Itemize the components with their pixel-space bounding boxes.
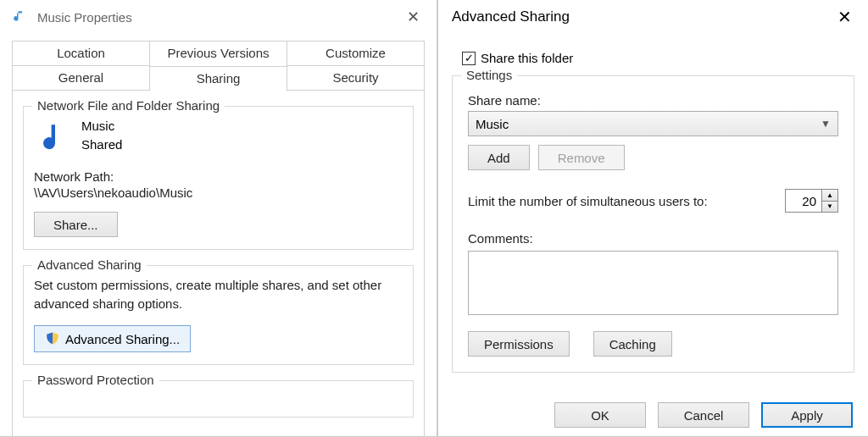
tab-location[interactable]: Location bbox=[12, 41, 150, 66]
share-state: Shared bbox=[81, 136, 403, 154]
chevron-down-icon: ▼ bbox=[821, 118, 831, 130]
folder-music-icon bbox=[37, 120, 73, 156]
dialog-title: Music Properties bbox=[34, 10, 394, 25]
spinner-up-icon[interactable]: ▲ bbox=[822, 190, 837, 201]
spinner-down-icon[interactable]: ▼ bbox=[822, 201, 837, 213]
share-button[interactable]: Share... bbox=[34, 212, 118, 237]
network-path-value: \\AV\Users\nekoaudio\Music bbox=[34, 185, 403, 200]
advanced-sharing-group: Advanced Sharing Set custom permissions,… bbox=[23, 265, 414, 365]
titlebar: Advanced Sharing ✕ bbox=[438, 0, 868, 34]
close-icon[interactable]: ✕ bbox=[826, 3, 863, 30]
remove-button[interactable]: Remove bbox=[538, 145, 625, 170]
shield-icon bbox=[45, 331, 60, 346]
add-button[interactable]: Add bbox=[468, 145, 530, 170]
settings-title: Settings bbox=[461, 68, 517, 82]
network-path-label: Network Path: bbox=[34, 169, 403, 184]
close-icon[interactable]: ✕ bbox=[394, 3, 431, 30]
limit-users-spinner[interactable]: ▲ ▼ bbox=[785, 189, 838, 213]
advanced-sharing-title: Advanced Sharing bbox=[32, 257, 147, 272]
network-sharing-group: Network File and Folder Sharing Music Sh… bbox=[23, 106, 414, 250]
tab-previous-versions[interactable]: Previous Versions bbox=[150, 41, 287, 66]
advanced-sharing-desc: Set custom permissions, create multiple … bbox=[34, 276, 403, 313]
password-protection-title: Password Protection bbox=[32, 373, 159, 387]
tab-customize[interactable]: Customize bbox=[287, 41, 425, 66]
advanced-sharing-button-label: Advanced Sharing... bbox=[65, 332, 180, 346]
tab-content-sharing: Network File and Folder Sharing Music Sh… bbox=[12, 91, 425, 437]
limit-users-label: Limit the number of simultaneous users t… bbox=[468, 194, 785, 208]
permissions-button[interactable]: Permissions bbox=[468, 331, 570, 357]
tab-security[interactable]: Security bbox=[287, 65, 425, 91]
folder-name: Music bbox=[81, 117, 403, 136]
tabstrip: Location Previous Versions Customize Gen… bbox=[12, 41, 425, 91]
caching-button[interactable]: Caching bbox=[593, 331, 672, 357]
dialog-title: Advanced Sharing bbox=[443, 8, 826, 25]
dialog-button-bar: OK Cancel Apply bbox=[554, 402, 853, 428]
password-protection-group: Password Protection bbox=[23, 380, 414, 418]
titlebar: Music Properties ✕ bbox=[0, 0, 437, 34]
advanced-sharing-button[interactable]: Advanced Sharing... bbox=[34, 325, 191, 352]
share-name-combo[interactable]: Music ▼ bbox=[468, 111, 838, 136]
share-name-value: Music bbox=[476, 117, 509, 131]
music-note-icon bbox=[10, 8, 29, 26]
share-this-folder-checkbox[interactable]: Share this folder bbox=[462, 51, 854, 65]
checkbox-icon bbox=[462, 52, 476, 65]
apply-button[interactable]: Apply bbox=[761, 402, 853, 428]
tab-sharing[interactable]: Sharing bbox=[150, 66, 287, 91]
limit-users-input[interactable] bbox=[786, 190, 821, 212]
cancel-button[interactable]: Cancel bbox=[658, 402, 749, 428]
comments-label: Comments: bbox=[468, 231, 838, 246]
share-this-folder-label: Share this folder bbox=[481, 51, 573, 65]
share-name-label: Share name: bbox=[468, 93, 838, 108]
advanced-sharing-dialog: Advanced Sharing ✕ Share this folder Set… bbox=[437, 0, 868, 437]
settings-group: Settings Share name: Music ▼ Add Remove … bbox=[452, 75, 854, 373]
ok-button[interactable]: OK bbox=[554, 402, 646, 428]
network-sharing-title: Network File and Folder Sharing bbox=[32, 98, 225, 113]
tab-general[interactable]: General bbox=[12, 65, 150, 91]
comments-textarea[interactable] bbox=[468, 251, 838, 315]
properties-dialog: Music Properties ✕ Location Previous Ver… bbox=[0, 0, 437, 437]
